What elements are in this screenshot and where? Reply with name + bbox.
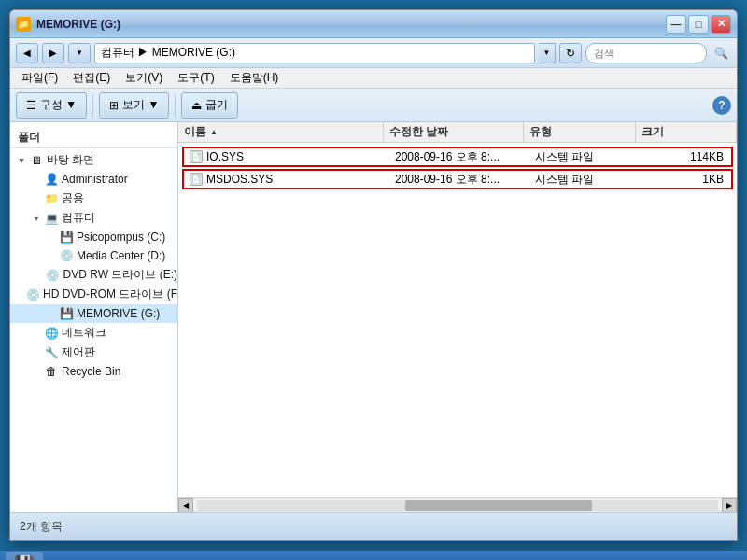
scroll-thumb[interactable]: [405, 500, 592, 511]
memorive-icon: 💾: [59, 306, 74, 321]
sidebar-item-c-drive[interactable]: 💾 Psicopompus (C:): [10, 228, 177, 246]
folder-icon: 📁: [44, 191, 59, 206]
help-button[interactable]: ?: [712, 96, 731, 115]
computer-icon: 💻: [44, 211, 59, 226]
back-button[interactable]: ◀: [16, 43, 38, 63]
menu-edit[interactable]: 편집(E): [65, 68, 118, 88]
close-button[interactable]: ✕: [711, 15, 731, 34]
sidebar-item-label: 제어판: [62, 344, 95, 360]
sidebar-item-label: Psicopompus (C:): [77, 231, 165, 244]
file-name-cell: 📄 IO.SYS: [184, 149, 389, 164]
scroll-track[interactable]: [197, 500, 718, 511]
toolbar-separator-2: [175, 94, 176, 117]
addressbar: ◀ ▶ ▼ 컴퓨터 ▶ MEMORIVE (G:) ▼ ↻ 🔍: [10, 38, 737, 68]
sidebar-item-administrator[interactable]: 👤 Administrator: [10, 170, 177, 189]
sidebar-item-label: DVD RW 드라이브 (E:): [63, 267, 177, 283]
desktop-icon: 🖥: [29, 153, 44, 168]
file-date-cell: 2008-09-16 오후 8:...: [389, 148, 529, 166]
file-name: MSDOS.SYS: [206, 173, 273, 186]
hddvd-icon: 💿: [25, 287, 40, 302]
refresh-button[interactable]: ↻: [559, 43, 582, 63]
horizontal-scrollbar[interactable]: ◀ ▶: [178, 497, 737, 512]
search-input[interactable]: [594, 48, 678, 59]
sidebar-item-controlpanel[interactable]: 🔧 제어판: [10, 343, 177, 362]
col-header-size[interactable]: 크기: [636, 122, 737, 142]
maximize-button[interactable]: □: [688, 15, 709, 34]
titlebar: 📁 MEMORIVE (G:) — □ ✕: [10, 10, 737, 38]
file-size-cell: 1KB: [641, 172, 731, 187]
file-date-cell: 2008-09-16 오후 8:...: [389, 171, 529, 189]
menu-view[interactable]: 보기(V): [118, 68, 170, 88]
sidebar-item-label: 공용: [62, 190, 84, 206]
path-text: 컴퓨터 ▶ MEMORIVE (G:): [101, 45, 235, 61]
sort-asc-icon: ▲: [210, 128, 218, 136]
sidebar-item-f-drive[interactable]: 💿 HD DVD-ROM 드라이브 (F:): [10, 285, 177, 304]
sidebar-item-label: HD DVD-ROM 드라이브 (F:): [43, 287, 178, 302]
sidebar-item-computer[interactable]: ▼ 💻 컴퓨터: [10, 208, 177, 228]
address-path[interactable]: 컴퓨터 ▶ MEMORIVE (G:): [94, 43, 535, 63]
sidebar-item-network[interactable]: 🌐 네트워크: [10, 323, 177, 343]
view-label: 보기 ▼: [122, 97, 159, 113]
file-area: 이름 ▲ 수정한 날짜 유형 크기 📄 IO.SYS: [178, 122, 737, 512]
view-button[interactable]: ⊞ 보기 ▼: [99, 92, 169, 119]
col-header-name[interactable]: 이름 ▲: [178, 122, 384, 142]
view-icon: ⊞: [109, 99, 119, 112]
toolbar: ☰ 구성 ▼ ⊞ 보기 ▼ ⏏ 굽기 ?: [10, 89, 737, 122]
window-icon: 📁: [16, 17, 31, 32]
sidebar-item-label: 컴퓨터: [62, 210, 95, 226]
dvdrw-icon: 💿: [46, 268, 61, 283]
scroll-right-button[interactable]: ▶: [722, 498, 737, 513]
file-name-cell: 📄 MSDOS.SYS: [184, 172, 389, 187]
search-button[interactable]: 🔍: [711, 43, 731, 63]
col-header-date[interactable]: 수정한 날짜: [384, 122, 524, 142]
address-dropdown[interactable]: ▼: [539, 43, 556, 63]
file-icon: 📄: [190, 150, 203, 163]
sidebar-item-recycle-bin[interactable]: 🗑 Recycle Bin: [10, 362, 177, 381]
sidebar-item-label: Media Center (D:): [77, 249, 165, 262]
taskbar: 💾: [0, 551, 747, 560]
taskbar-drive-icon[interactable]: 💾: [6, 552, 43, 560]
menu-file[interactable]: 파일(F): [14, 68, 65, 88]
network-icon: 🌐: [44, 326, 59, 341]
sidebar-item-g-drive[interactable]: 💾 MEMORIVE (G:): [10, 304, 177, 323]
table-row[interactable]: 📄 IO.SYS 2008-09-16 오후 8:... 시스템 파일 114K…: [182, 147, 733, 167]
menu-tools[interactable]: 도구(T): [170, 68, 221, 88]
menu-help[interactable]: 도움말(H): [222, 68, 287, 88]
minimize-button[interactable]: —: [666, 15, 686, 34]
window-controls: — □ ✕: [666, 15, 731, 34]
sidebar-header: 폴더: [10, 126, 177, 148]
sidebar-item-public[interactable]: 📁 공용: [10, 189, 177, 208]
organize-button[interactable]: ☰ 구성 ▼: [16, 92, 87, 119]
file-size-cell: 114KB: [641, 149, 731, 164]
status-text: 2개 항목: [20, 519, 63, 535]
file-name: IO.SYS: [206, 150, 244, 163]
file-type-cell: 시스템 파일: [529, 148, 641, 166]
sidebar-item-label: Administrator: [62, 173, 128, 186]
user-icon: 👤: [44, 172, 59, 187]
sidebar-item-e-drive[interactable]: 💿 DVD RW 드라이브 (E:): [10, 265, 177, 285]
eject-icon: ⏏: [191, 99, 202, 112]
drive-icon: 💾: [59, 230, 74, 245]
window-title: MEMORIVE (G:): [36, 18, 666, 31]
disc-icon: 💿: [59, 248, 74, 263]
explorer-window: 📁 MEMORIVE (G:) — □ ✕ ◀ ▶ ▼ 컴퓨터 ▶ MEMORI…: [9, 9, 738, 541]
forward-button[interactable]: ▶: [42, 43, 64, 63]
expand-icon: ▼: [29, 214, 44, 223]
sidebar-item-label: MEMORIVE (G:): [77, 307, 160, 320]
scroll-left-button[interactable]: ◀: [178, 498, 193, 513]
sidebar: 폴더 ▼ 🖥 바탕 화면 👤 Administrator 📁 공용: [10, 122, 178, 512]
organize-label: 구성 ▼: [40, 97, 77, 113]
table-row[interactable]: 📄 MSDOS.SYS 2008-09-16 오후 8:... 시스템 파일 1…: [182, 169, 733, 189]
sidebar-item-label: 바탕 화면: [47, 152, 94, 168]
main-content: 폴더 ▼ 🖥 바탕 화면 👤 Administrator 📁 공용: [10, 122, 737, 512]
sidebar-item-d-drive[interactable]: 💿 Media Center (D:): [10, 246, 177, 265]
sidebar-item-desktop[interactable]: ▼ 🖥 바탕 화면: [10, 150, 177, 170]
eject-button[interactable]: ⏏ 굽기: [181, 92, 238, 119]
column-header: 이름 ▲ 수정한 날짜 유형 크기: [178, 122, 737, 143]
up-button[interactable]: ▼: [68, 43, 91, 63]
eject-label: 굽기: [205, 97, 228, 113]
toolbar-separator-1: [92, 94, 93, 117]
file-type-cell: 시스템 파일: [529, 171, 641, 189]
controlpanel-icon: 🔧: [44, 345, 59, 360]
col-header-type[interactable]: 유형: [524, 122, 636, 142]
